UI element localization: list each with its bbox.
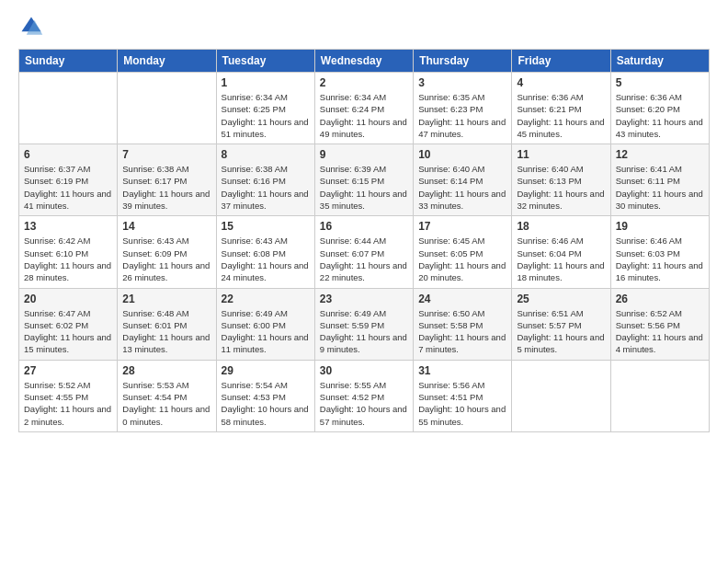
calendar-cell: 25Sunrise: 6:51 AM Sunset: 5:57 PM Dayli…: [512, 288, 610, 360]
page: SundayMondayTuesdayWednesdayThursdayFrid…: [0, 0, 728, 563]
day-number: 15: [222, 220, 310, 233]
day-number: 2: [320, 76, 408, 89]
day-number: 24: [418, 293, 506, 305]
day-info: Sunrise: 6:52 AM Sunset: 5:56 PM Dayligh…: [616, 307, 704, 356]
day-info: Sunrise: 6:47 AM Sunset: 6:02 PM Dayligh…: [24, 307, 112, 356]
calendar-table: SundayMondayTuesdayWednesdayThursdayFrid…: [18, 49, 710, 432]
calendar-cell: 18Sunrise: 6:46 AM Sunset: 6:04 PM Dayli…: [512, 216, 610, 288]
day-info: Sunrise: 6:42 AM Sunset: 6:10 PM Dayligh…: [24, 235, 112, 283]
calendar-cell: [512, 360, 610, 431]
day-number: 8: [222, 148, 310, 161]
day-info: Sunrise: 6:40 AM Sunset: 6:13 PM Dayligh…: [517, 163, 605, 212]
day-info: Sunrise: 6:38 AM Sunset: 6:16 PM Dayligh…: [222, 163, 310, 212]
day-info: Sunrise: 6:50 AM Sunset: 5:58 PM Dayligh…: [418, 307, 506, 356]
day-number: 11: [517, 148, 605, 161]
day-info: Sunrise: 6:45 AM Sunset: 6:05 PM Dayligh…: [418, 235, 506, 283]
day-info: Sunrise: 6:51 AM Sunset: 5:57 PM Dayligh…: [517, 307, 605, 356]
weekday-header-thursday: Thursday: [414, 50, 512, 73]
calendar-cell: 10Sunrise: 6:40 AM Sunset: 6:14 PM Dayli…: [414, 144, 512, 216]
day-info: Sunrise: 6:37 AM Sunset: 6:19 PM Dayligh…: [24, 163, 112, 212]
day-number: 1: [222, 76, 310, 89]
day-info: Sunrise: 6:49 AM Sunset: 5:59 PM Dayligh…: [320, 307, 408, 356]
day-number: 12: [616, 148, 704, 161]
day-number: 16: [320, 220, 408, 233]
calendar-cell: 8Sunrise: 6:38 AM Sunset: 6:16 PM Daylig…: [216, 144, 314, 216]
header: [18, 14, 710, 40]
day-info: Sunrise: 6:44 AM Sunset: 6:07 PM Dayligh…: [320, 235, 408, 283]
day-number: 23: [320, 293, 408, 305]
day-number: 10: [418, 148, 506, 161]
day-number: 4: [517, 76, 605, 89]
day-number: 19: [616, 220, 704, 233]
weekday-header-tuesday: Tuesday: [216, 50, 314, 73]
day-info: Sunrise: 5:52 AM Sunset: 4:55 PM Dayligh…: [24, 379, 112, 428]
calendar-cell: 19Sunrise: 6:46 AM Sunset: 6:03 PM Dayli…: [610, 216, 709, 288]
day-number: 29: [222, 364, 310, 377]
day-info: Sunrise: 6:49 AM Sunset: 6:00 PM Dayligh…: [222, 307, 310, 356]
calendar-cell: 16Sunrise: 6:44 AM Sunset: 6:07 PM Dayli…: [314, 216, 413, 288]
calendar-cell: 20Sunrise: 6:47 AM Sunset: 6:02 PM Dayli…: [19, 288, 118, 360]
day-info: Sunrise: 6:40 AM Sunset: 6:14 PM Dayligh…: [418, 163, 506, 212]
day-info: Sunrise: 6:34 AM Sunset: 6:24 PM Dayligh…: [320, 91, 408, 140]
day-number: 7: [122, 148, 210, 161]
calendar-cell: 30Sunrise: 5:55 AM Sunset: 4:52 PM Dayli…: [314, 360, 413, 431]
day-info: Sunrise: 5:56 AM Sunset: 4:51 PM Dayligh…: [418, 379, 506, 428]
day-number: 22: [222, 293, 310, 305]
calendar-cell: 24Sunrise: 6:50 AM Sunset: 5:58 PM Dayli…: [414, 288, 512, 360]
day-number: 6: [24, 148, 112, 161]
calendar-cell: [610, 360, 709, 431]
calendar-cell: 28Sunrise: 5:53 AM Sunset: 4:54 PM Dayli…: [118, 360, 216, 431]
calendar-cell: 22Sunrise: 6:49 AM Sunset: 6:00 PM Dayli…: [216, 288, 314, 360]
day-number: 20: [24, 293, 112, 305]
day-number: 18: [517, 220, 605, 233]
weekday-header-friday: Friday: [512, 50, 610, 73]
day-number: 13: [24, 220, 112, 233]
day-info: Sunrise: 5:54 AM Sunset: 4:53 PM Dayligh…: [222, 379, 310, 428]
calendar-cell: [19, 73, 118, 144]
day-info: Sunrise: 6:46 AM Sunset: 6:04 PM Dayligh…: [517, 235, 605, 283]
day-info: Sunrise: 6:46 AM Sunset: 6:03 PM Dayligh…: [616, 235, 704, 283]
calendar-week-row: 27Sunrise: 5:52 AM Sunset: 4:55 PM Dayli…: [19, 360, 710, 431]
day-info: Sunrise: 6:36 AM Sunset: 6:20 PM Dayligh…: [616, 91, 704, 140]
weekday-header-saturday: Saturday: [610, 50, 709, 73]
calendar-cell: 27Sunrise: 5:52 AM Sunset: 4:55 PM Dayli…: [19, 360, 118, 431]
calendar-cell: 23Sunrise: 6:49 AM Sunset: 5:59 PM Dayli…: [314, 288, 413, 360]
calendar-cell: [118, 73, 216, 144]
calendar-cell: 6Sunrise: 6:37 AM Sunset: 6:19 PM Daylig…: [19, 144, 118, 216]
calendar-cell: 26Sunrise: 6:52 AM Sunset: 5:56 PM Dayli…: [610, 288, 709, 360]
calendar-cell: 4Sunrise: 6:36 AM Sunset: 6:21 PM Daylig…: [512, 73, 610, 144]
day-number: 9: [320, 148, 408, 161]
calendar-cell: 14Sunrise: 6:43 AM Sunset: 6:09 PM Dayli…: [118, 216, 216, 288]
day-number: 14: [122, 220, 210, 233]
day-info: Sunrise: 6:38 AM Sunset: 6:17 PM Dayligh…: [122, 163, 210, 212]
calendar-cell: 13Sunrise: 6:42 AM Sunset: 6:10 PM Dayli…: [19, 216, 118, 288]
logo: [18, 14, 48, 40]
calendar-cell: 17Sunrise: 6:45 AM Sunset: 6:05 PM Dayli…: [414, 216, 512, 288]
day-info: Sunrise: 6:43 AM Sunset: 6:09 PM Dayligh…: [122, 235, 210, 283]
calendar-cell: 11Sunrise: 6:40 AM Sunset: 6:13 PM Dayli…: [512, 144, 610, 216]
day-number: 21: [122, 293, 210, 305]
calendar-cell: 7Sunrise: 6:38 AM Sunset: 6:17 PM Daylig…: [118, 144, 216, 216]
day-info: Sunrise: 5:53 AM Sunset: 4:54 PM Dayligh…: [122, 379, 210, 428]
day-info: Sunrise: 6:43 AM Sunset: 6:08 PM Dayligh…: [222, 235, 310, 283]
day-number: 25: [517, 293, 605, 305]
day-number: 17: [418, 220, 506, 233]
day-number: 31: [418, 364, 506, 377]
calendar-week-row: 13Sunrise: 6:42 AM Sunset: 6:10 PM Dayli…: [19, 216, 710, 288]
day-number: 3: [418, 76, 506, 89]
day-number: 28: [122, 364, 210, 377]
day-number: 26: [616, 293, 704, 305]
day-number: 30: [320, 364, 408, 377]
calendar-cell: 9Sunrise: 6:39 AM Sunset: 6:15 PM Daylig…: [314, 144, 413, 216]
calendar-cell: 21Sunrise: 6:48 AM Sunset: 6:01 PM Dayli…: [118, 288, 216, 360]
day-info: Sunrise: 6:34 AM Sunset: 6:25 PM Dayligh…: [222, 91, 310, 140]
day-info: Sunrise: 6:39 AM Sunset: 6:15 PM Dayligh…: [320, 163, 408, 212]
calendar-cell: 3Sunrise: 6:35 AM Sunset: 6:23 PM Daylig…: [414, 73, 512, 144]
calendar-cell: 2Sunrise: 6:34 AM Sunset: 6:24 PM Daylig…: [314, 73, 413, 144]
weekday-header-wednesday: Wednesday: [314, 50, 413, 73]
weekday-header-row: SundayMondayTuesdayWednesdayThursdayFrid…: [19, 50, 710, 73]
calendar-cell: 1Sunrise: 6:34 AM Sunset: 6:25 PM Daylig…: [216, 73, 314, 144]
calendar-week-row: 20Sunrise: 6:47 AM Sunset: 6:02 PM Dayli…: [19, 288, 710, 360]
weekday-header-monday: Monday: [118, 50, 216, 73]
day-info: Sunrise: 6:36 AM Sunset: 6:21 PM Dayligh…: [517, 91, 605, 140]
